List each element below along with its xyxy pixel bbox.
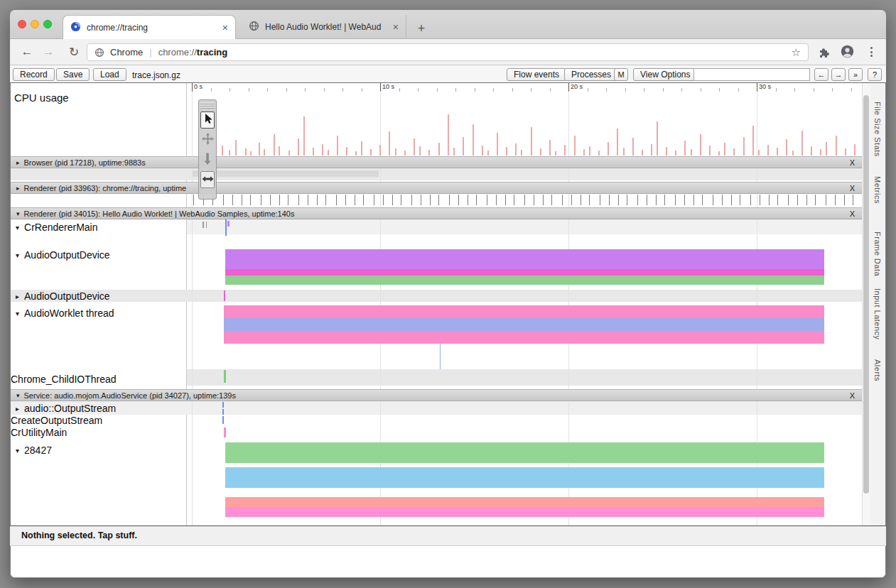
trace-slice[interactable] [383,195,384,205]
drawer-tab-metrics[interactable]: Metrics [873,176,882,204]
timing-tool-button[interactable] [200,171,215,188]
expand-toggle-icon[interactable]: ▾ [16,310,19,317]
trace-slice[interactable] [430,195,431,205]
trace-slice[interactable] [458,195,459,205]
trace-mark[interactable] [222,416,224,424]
trace-slice[interactable] [496,195,497,205]
trace-slice[interactable] [505,195,506,205]
trace-slice[interactable] [713,195,713,205]
trace-bar[interactable] [224,331,824,344]
trace-slice[interactable] [722,195,723,205]
trace-slice[interactable] [684,195,685,205]
trace-slice[interactable] [524,195,525,205]
drawer-tab-file-size-stats[interactable]: File Size Stats [873,102,882,157]
trace-slice[interactable] [250,195,251,205]
trace-slice[interactable] [600,195,600,205]
trace-slice[interactable] [664,195,665,205]
trace-slice[interactable] [740,195,740,205]
thread-label[interactable]: Chrome_ChildIOThread [11,374,117,385]
trace-slice[interactable] [675,195,676,205]
trace-slice[interactable] [543,195,544,205]
trace-slice[interactable] [693,195,694,205]
trace-slice[interactable] [411,195,412,205]
trace-slice[interactable] [374,195,374,205]
trace-slice[interactable] [571,195,572,205]
thread-label[interactable]: ▸AudioOutputDevice [16,290,110,302]
trace-slice[interactable] [581,195,581,205]
trace-bar[interactable] [225,249,824,269]
expand-toggle-icon[interactable]: ▸ [16,293,19,300]
trace-slice[interactable] [288,195,288,205]
trace-bar[interactable] [225,507,824,517]
drawer-tab-frame-data[interactable]: Frame Data [873,232,882,276]
trace-slice[interactable] [760,195,760,205]
trace-bar[interactable] [225,497,824,507]
close-process-button[interactable]: X [850,158,856,167]
trace-slice[interactable] [844,195,845,205]
drawer-tab-input-latency[interactable]: Input Latency [873,288,882,340]
thread-label[interactable]: CrUtilityMain [11,427,67,438]
trace-mark[interactable] [222,409,224,415]
trace-slice[interactable] [551,195,552,205]
thread-label[interactable]: CreateOutputStream [11,415,102,426]
trace-slice[interactable] [806,195,807,205]
trace-slice[interactable] [336,195,337,205]
trace-slice[interactable] [468,195,468,205]
trace-slice[interactable] [438,195,439,205]
trace-bar[interactable] [224,305,824,318]
trace-slice[interactable] [363,195,364,205]
trace-slice[interactable] [421,195,421,205]
trace-mark[interactable] [224,370,226,383]
trace-slice[interactable] [777,195,778,205]
thread-label[interactable]: ▾28427 [16,445,52,456]
trace-slice[interactable] [769,195,770,205]
trace-slice[interactable] [449,195,450,205]
scrollbar-thumb[interactable] [863,95,869,494]
trace-slice[interactable] [298,195,299,205]
trace-slice[interactable] [562,195,563,205]
thread-label[interactable]: ▸audio::OutputStream [16,403,116,414]
expand-toggle-icon[interactable]: ▸ [16,159,20,166]
trace-slice[interactable] [242,195,242,205]
trace-mark[interactable] [206,222,207,228]
expand-toggle-icon[interactable]: ▾ [16,392,20,399]
trace-mark[interactable] [440,344,441,369]
drawer-tab-alerts[interactable]: Alerts [873,359,882,381]
process-header[interactable]: ▾Renderer (pid 34015): Hello Audio Workl… [11,207,862,219]
expand-toggle-icon[interactable]: ▾ [16,210,20,217]
trace-bar[interactable] [225,467,824,488]
trace-slice[interactable] [731,195,732,205]
close-process-button[interactable]: X [850,209,856,218]
process-header[interactable]: ▾Service: audio.mojom.AudioService (pid … [11,389,862,401]
trace-slice[interactable] [656,195,657,205]
trace-slice[interactable] [308,195,308,205]
trace-mark[interactable] [222,402,224,408]
trace-mark[interactable] [227,221,230,227]
trace-slice[interactable] [627,195,627,205]
trace-slice[interactable] [261,195,261,205]
trace-slice[interactable] [797,195,798,205]
expand-toggle-icon[interactable]: ▾ [16,251,19,259]
trace-slice[interactable] [514,195,514,205]
trace-mark[interactable] [225,219,227,236]
thread-label[interactable]: ▾AudioWorklet thread [16,307,114,319]
expand-toggle-icon[interactable]: ▾ [16,224,19,232]
close-process-button[interactable]: X [850,391,856,400]
trace-slice[interactable] [647,195,647,205]
thread-label[interactable]: ▾CrRendererMain [16,222,98,233]
trace-slice[interactable] [232,195,233,205]
trace-slice[interactable] [476,195,477,205]
trace-slice[interactable] [609,195,610,205]
zoom-tool-button[interactable] [200,151,215,168]
trace-mark[interactable] [224,428,226,437]
trace-slice[interactable] [637,195,638,205]
trace-slice[interactable] [487,195,487,205]
expand-toggle-icon[interactable]: ▾ [16,447,19,454]
trace-slice[interactable] [317,195,318,205]
trace-slice[interactable] [345,195,346,205]
trace-slice[interactable] [325,195,326,205]
select-tool-button[interactable] [200,111,215,129]
trace-slice[interactable] [223,195,224,205]
trace-slice[interactable] [788,195,789,205]
trace-slice[interactable] [355,195,355,205]
